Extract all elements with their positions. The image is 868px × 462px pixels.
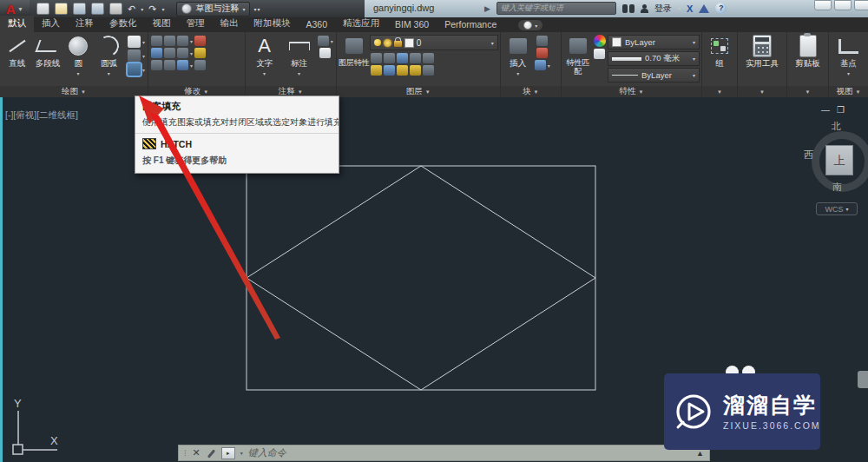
grip-icon[interactable]: ⁞ [184, 449, 187, 458]
tab-bim360[interactable]: BIM 360 [387, 17, 437, 32]
layer-current-icon[interactable] [371, 65, 382, 76]
tab-a360[interactable]: A360 [299, 17, 336, 32]
panel-label-properties[interactable]: 特性▼ [562, 86, 701, 97]
search-icon[interactable] [622, 4, 635, 13]
move-icon[interactable] [151, 36, 162, 46]
viewport-controls[interactable]: [-][俯视][二维线框] [5, 109, 78, 122]
panel-label-clipboard[interactable]: ▼ [787, 86, 828, 97]
panel-label-layers[interactable]: 图层▼ [337, 86, 500, 97]
maximize-button[interactable] [834, 0, 852, 10]
match-properties-button[interactable]: 特性匹配 [563, 35, 593, 76]
tab-addins[interactable]: 附加模块 [247, 16, 299, 32]
layer-isolate-icon[interactable] [371, 53, 382, 63]
polyline-button[interactable]: 多段线 [32, 35, 62, 69]
offset-icon[interactable] [194, 60, 206, 70]
layer-match-icon[interactable] [423, 53, 434, 63]
tab-insert[interactable]: 插入 [34, 16, 68, 32]
lineweight-dropdown[interactable]: 0.70 毫米▾ [608, 51, 700, 66]
doc-minimize-icon[interactable]: — [821, 105, 830, 115]
tab-annotate[interactable]: 注释 [68, 16, 102, 32]
group-button[interactable]: 组 [704, 35, 735, 69]
dimension-button[interactable]: 标注▾ [282, 35, 317, 76]
navbar-collapsed-tab[interactable] [858, 371, 868, 388]
create-block-icon[interactable] [536, 36, 548, 46]
doc-restore-icon[interactable]: ❐ [837, 105, 845, 115]
text-button[interactable]: A文字▾ [247, 35, 282, 76]
trim-icon[interactable] [177, 36, 188, 46]
panel-label-utilities[interactable]: ▼ [738, 86, 786, 97]
tab-view[interactable]: 视图 [145, 16, 179, 32]
a360-icon[interactable] [699, 4, 709, 13]
hatch-button[interactable] [128, 63, 141, 76]
panel-label-draw[interactable]: 绘图▼ [0, 86, 148, 97]
tab-featured-apps[interactable]: 精选应用 [335, 16, 387, 32]
save-icon[interactable] [73, 3, 86, 15]
panel-label-view[interactable]: 视图▼ [829, 86, 868, 97]
wcs-button[interactable]: WCS▾ [816, 202, 858, 215]
viewcube[interactable]: 北 西 上 南 WCS▾ [806, 120, 868, 217]
layer-freeze-icon[interactable] [384, 53, 395, 63]
linetype-dropdown[interactable]: ByLayer▾ [608, 68, 700, 82]
copy-icon[interactable] [151, 48, 162, 58]
command-input[interactable]: 键入命令 [248, 446, 286, 459]
save-as-icon[interactable] [91, 3, 104, 15]
autocad-menu-button[interactable]: A ▼ [0, 0, 30, 17]
command-close-icon[interactable]: ✕ [193, 447, 201, 459]
signin-button[interactable]: 登录 [654, 3, 672, 15]
line-button[interactable]: 直线 [2, 35, 32, 69]
ellipse-icon[interactable] [128, 50, 141, 62]
panel-label-block[interactable]: 块▼ [501, 86, 561, 97]
exchange-apps-icon[interactable]: X [687, 3, 693, 14]
chevron-down-icon[interactable]: ▾ [240, 450, 243, 456]
minimize-button[interactable] [814, 0, 832, 10]
insert-block-button[interactable]: 插入▾ [503, 35, 534, 76]
tab-parametric[interactable]: 参数化 [102, 16, 145, 32]
tab-performance[interactable]: Performance [437, 17, 504, 32]
layer-state-icon[interactable] [397, 65, 408, 76]
undo-icon[interactable]: ↶ [128, 3, 135, 14]
workspace-selector[interactable]: 草图与注释 ▾ [176, 2, 250, 16]
help-icon[interactable]: ? [715, 3, 727, 14]
clipboard-button[interactable]: 剪贴板 [789, 35, 826, 69]
arc-button[interactable]: 圆弧▾ [94, 35, 124, 76]
leader-icon[interactable] [318, 36, 329, 46]
object-color-dropdown[interactable]: ByLayer▾ [608, 35, 700, 50]
layer-dropdown[interactable]: 0 ▾ [370, 35, 498, 50]
undo-dropdown-icon[interactable]: ▾ [141, 6, 143, 12]
viewcube-west[interactable]: 西 [804, 148, 813, 162]
lineweight-list-icon[interactable] [594, 49, 605, 59]
mirror-icon[interactable] [164, 48, 175, 58]
plot-icon[interactable] [109, 3, 122, 15]
qat-more-button[interactable]: ▾▾ [253, 6, 260, 12]
layer-lock-icon[interactable] [410, 53, 421, 63]
table-icon[interactable] [319, 48, 331, 58]
basepoint-button[interactable]: 基点▾ [832, 35, 866, 76]
panel-label-group[interactable]: ▼ [702, 86, 737, 97]
record-button[interactable]: ▾ [518, 20, 542, 30]
command-history-icon[interactable]: ▲ [696, 449, 704, 458]
redo-dropdown-icon[interactable]: ▾ [161, 6, 164, 12]
rectangle-icon[interactable] [128, 36, 141, 48]
wrench-icon[interactable] [206, 448, 216, 459]
circle-button[interactable]: 圆▾ [63, 35, 94, 76]
edit-attributes-icon[interactable] [535, 60, 546, 70]
stretch-icon[interactable] [151, 60, 162, 70]
edit-block-icon[interactable] [536, 48, 548, 58]
search-input[interactable]: 键入关键字或短语 [496, 2, 616, 15]
layer-properties-button[interactable]: 图层特性 [339, 35, 370, 67]
command-prompt-icon[interactable]: ▸ [221, 447, 235, 459]
explode-icon[interactable] [194, 48, 206, 58]
tab-manage[interactable]: 管理 [179, 16, 213, 32]
command-line[interactable]: ⁞ ✕ ▸ ▾ 键入命令 ▲ [178, 445, 710, 461]
layer-unlock2-icon[interactable] [410, 65, 421, 76]
open-file-icon[interactable] [55, 3, 68, 15]
erase-icon[interactable] [194, 36, 206, 46]
viewcube-top-face[interactable]: 上 [825, 145, 853, 175]
infocenter-expand-icon[interactable]: ▶ [484, 4, 490, 13]
color-wheel-icon[interactable] [594, 35, 606, 47]
chevron-down-icon[interactable]: ▾ [678, 5, 681, 11]
new-file-icon[interactable] [36, 3, 49, 15]
rotate-icon[interactable] [164, 36, 175, 46]
tab-output[interactable]: 输出 [213, 16, 247, 32]
tab-default[interactable]: 默认 [0, 16, 34, 32]
